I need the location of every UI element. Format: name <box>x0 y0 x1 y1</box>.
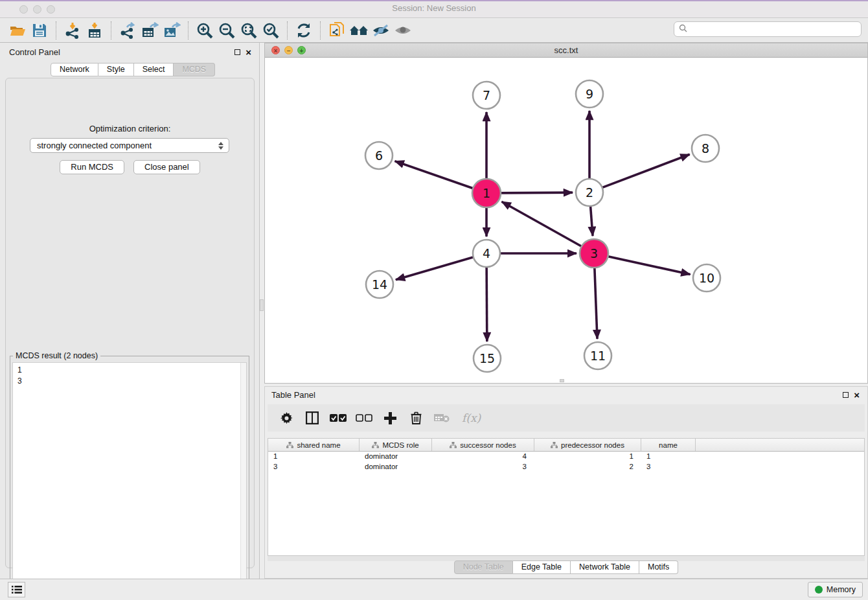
table-toolbar: f(x) <box>268 404 865 432</box>
canvas-resize-handle[interactable] <box>560 379 564 382</box>
deselect-all-button[interactable] <box>356 410 372 426</box>
run-mcds-button[interactable]: Run MCDS <box>60 160 124 174</box>
search-input[interactable] <box>691 25 856 34</box>
tab-network-table[interactable]: Network Table <box>571 560 639 574</box>
tab-node-table[interactable]: Node Table <box>454 560 513 574</box>
status-bar: Memory <box>0 579 868 600</box>
close-table-panel-icon[interactable]: × <box>854 392 860 398</box>
control-panel-title: Control Panel <box>9 47 234 57</box>
table-cell: 3 <box>432 462 534 472</box>
tab-edge-table[interactable]: Edge Table <box>513 560 571 574</box>
float-panel-icon[interactable] <box>234 49 240 55</box>
graph-node-label: 2 <box>586 185 593 200</box>
network-window-title: scc.txt <box>265 45 867 55</box>
open-session-icon <box>9 23 26 38</box>
table-row[interactable]: 3dominator323 <box>268 462 864 472</box>
graph-edge-3-10[interactable] <box>608 256 691 274</box>
export-image-button[interactable] <box>161 21 183 40</box>
graph-edge-1-2[interactable] <box>500 192 573 193</box>
list-icon <box>12 585 22 594</box>
tab-network[interactable]: Network <box>51 63 98 76</box>
graph-node-label: 4 <box>483 246 490 260</box>
table-cell: dominator <box>360 462 432 472</box>
panel-splitter[interactable] <box>260 299 264 311</box>
window-accent-line <box>0 0 868 1</box>
graph-edge-4-15[interactable] <box>486 266 487 341</box>
tab-style[interactable]: Style <box>98 63 134 76</box>
graph-edge-1-6[interactable] <box>395 161 474 189</box>
gear-button[interactable] <box>278 410 295 426</box>
table-tabs-bar: Node TableEdge TableNetwork TableMotifs <box>265 560 867 574</box>
save-session-button[interactable] <box>29 21 51 40</box>
select-all-button[interactable] <box>330 410 347 426</box>
delete-table-icon <box>434 413 450 423</box>
graph-node-label: 11 <box>590 349 606 363</box>
mcds-result-fieldset: MCDS result (2 nodes) 1 3 <box>10 356 249 599</box>
graph-node-label: 8 <box>702 141 709 156</box>
zoom-fit-button[interactable] <box>238 21 260 40</box>
add-column-button[interactable] <box>382 410 398 426</box>
column-header-predecessor-nodes[interactable]: predecessor nodes <box>534 439 641 451</box>
function-builder-button[interactable]: f(x) <box>459 410 485 426</box>
mcds-result-title: MCDS result (2 nodes) <box>13 351 100 360</box>
column-header-successor-nodes[interactable]: successor nodes <box>432 439 534 451</box>
column-header-shared-name[interactable]: shared name <box>268 439 360 451</box>
search-field[interactable] <box>674 21 862 37</box>
column-header-mcds-role[interactable]: MCDS role <box>360 439 432 451</box>
network-from-selection-button[interactable] <box>326 21 348 40</box>
deselect-all-icon <box>356 414 372 422</box>
network-canvas[interactable]: 7968124314101511 <box>265 58 867 383</box>
refresh-button[interactable] <box>293 21 315 40</box>
window-title: Session: New Session <box>0 3 868 13</box>
tab-select[interactable]: Select <box>134 63 174 76</box>
close-panel-icon[interactable]: × <box>246 49 251 55</box>
criterion-select[interactable]: strongly connected component <box>30 138 229 153</box>
hide-selected-button[interactable] <box>370 21 392 40</box>
close-panel-button[interactable]: Close panel <box>133 160 200 174</box>
graph-edge-3-1[interactable] <box>502 202 582 247</box>
export-network-icon <box>119 22 136 39</box>
network-graph[interactable]: 7968124314101511 <box>265 58 867 383</box>
float-table-panel-icon[interactable] <box>843 392 849 398</box>
tab-mcds[interactable]: MCDS <box>174 63 215 76</box>
graph-node-label: 14 <box>372 277 387 292</box>
attribute-type-icon <box>450 442 457 448</box>
table-cell: 1 <box>534 452 641 462</box>
zoom-out-icon <box>218 22 236 40</box>
control-panel: Control Panel × NetworkStyleSelectMCDS O… <box>0 43 260 579</box>
split-columns-button[interactable] <box>304 410 321 426</box>
column-header-name[interactable]: name <box>641 439 696 451</box>
zoom-in-icon <box>196 22 214 40</box>
memory-button[interactable]: Memory <box>808 582 863 597</box>
graph-edge-2-3[interactable] <box>590 205 593 236</box>
mcds-tab-content: Optimization criterion: strongly connect… <box>5 78 255 568</box>
zoom-out-button[interactable] <box>216 21 238 40</box>
graph-edge-3-11[interactable] <box>595 267 597 339</box>
table-row[interactable]: 1dominator411 <box>268 452 864 462</box>
home-button[interactable] <box>348 21 370 40</box>
table-cell: 1 <box>641 452 696 462</box>
network-window-titlebar[interactable]: × – + scc.txt <box>265 43 867 58</box>
zoom-in-button[interactable] <box>194 21 216 40</box>
graph-node-label: 3 <box>590 246 598 260</box>
table-cell: 3 <box>268 462 360 472</box>
result-scrollbar[interactable] <box>240 363 246 596</box>
control-panel-header: Control Panel × <box>0 43 259 61</box>
delete-table-button[interactable] <box>433 410 450 426</box>
show-all-button[interactable] <box>392 21 414 40</box>
import-table-button[interactable] <box>84 21 106 40</box>
zoom-selected-button[interactable] <box>260 21 282 40</box>
import-network-button[interactable] <box>62 21 84 40</box>
export-table-button[interactable] <box>139 21 161 40</box>
tab-motifs[interactable]: Motifs <box>639 560 678 574</box>
export-network-button[interactable] <box>117 21 139 40</box>
mcds-result-list[interactable]: 1 3 <box>12 362 247 597</box>
save-session-icon <box>32 23 47 38</box>
delete-button[interactable] <box>407 410 424 426</box>
open-session-button[interactable] <box>6 21 29 40</box>
task-history-button[interactable] <box>8 582 25 597</box>
graph-edge-4-14[interactable] <box>396 257 474 280</box>
table-panel-title: Table Panel <box>271 390 843 400</box>
refresh-icon <box>295 22 312 39</box>
graph-edge-2-8[interactable] <box>602 154 690 188</box>
